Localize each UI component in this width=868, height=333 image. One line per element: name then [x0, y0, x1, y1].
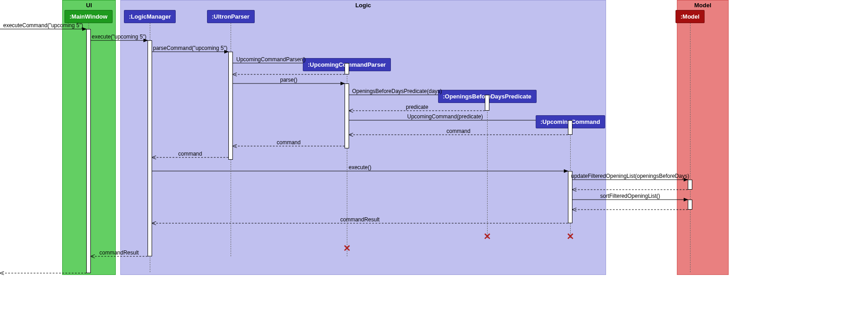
message-label-7: predicate [406, 104, 428, 110]
message-label-6: OpeningsBeforeDaysPredicate(days) [352, 88, 442, 94]
message-label-5: parse() [280, 77, 297, 83]
message-label-11: command [178, 151, 202, 157]
participant-ultronParser: :UltronParser [207, 10, 255, 23]
message-label-3: UpcomingCommandParser() [237, 56, 306, 63]
activation-8 [688, 180, 692, 190]
destroy-1: ✕ [567, 231, 574, 242]
message-label-13: updateFilteredOpeningList(openingsBefore… [571, 173, 689, 179]
message-label-0: executeCommand("upcoming 5") [3, 22, 83, 29]
region-logic-label: Logic [355, 2, 371, 9]
message-label-1: execute("upcoming 5") [92, 34, 147, 40]
destroy-0: ✕ [483, 231, 491, 242]
message-label-10: command [277, 139, 301, 146]
participant-model: :Model [676, 10, 705, 23]
message-label-9: command [447, 128, 471, 134]
message-label-17: commandResult [340, 216, 380, 223]
destroy-2: ✕ [343, 243, 351, 254]
activation-2 [228, 52, 233, 160]
region-model [677, 0, 729, 275]
lifeline-model [690, 20, 690, 272]
message-label-2: parseCommand("upcoming 5") [153, 45, 227, 51]
region-ui-label: UI [86, 2, 92, 9]
participant-mainWindow: :MainWindow [64, 10, 113, 23]
participant-logicManager: :LogicManager [124, 10, 176, 23]
lifeline-openingsPredicate [487, 101, 488, 238]
activation-9 [688, 200, 692, 210]
region-logic [120, 0, 606, 275]
activation-3 [345, 63, 349, 74]
message-label-8: UpcomingCommand(predicate) [407, 113, 483, 120]
message-label-18: commandResult [99, 250, 139, 256]
region-model-label: Model [694, 2, 711, 9]
activation-1 [148, 40, 152, 256]
activation-5 [485, 95, 489, 111]
activation-0 [86, 29, 91, 273]
message-label-15: sortFilteredOpeningList() [600, 193, 660, 199]
activation-4 [345, 83, 349, 148]
activation-6 [568, 120, 572, 135]
message-label-12: execute() [349, 164, 371, 171]
